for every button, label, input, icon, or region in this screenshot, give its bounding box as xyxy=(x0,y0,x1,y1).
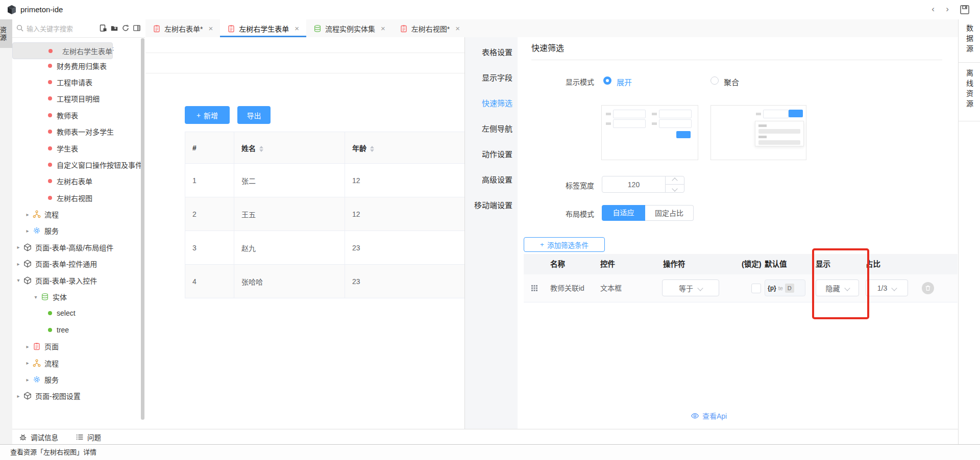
aggregate-mode-preview[interactable] xyxy=(710,105,806,160)
tree-item-label: 流程 xyxy=(44,209,59,219)
layout-adaptive-button[interactable]: 自适应 xyxy=(602,205,645,221)
tree-scrollbar[interactable] xyxy=(141,38,144,420)
close-icon[interactable]: × xyxy=(381,24,385,33)
tree-item[interactable]: tree xyxy=(12,322,145,338)
label-width-stepper xyxy=(602,176,684,193)
activity-tab-offline-resources[interactable]: 离线资源 xyxy=(959,69,980,110)
tree-item[interactable]: ▸服务 xyxy=(12,371,145,388)
tree-item[interactable]: ▸流程 xyxy=(12,206,145,222)
tree-item-selected[interactable]: 左树右学生表单 xyxy=(12,42,113,59)
menu-quick-filter[interactable]: 快速筛选 xyxy=(465,91,518,116)
tree-item[interactable]: ▸页面-表单-高级/布局组件 xyxy=(12,239,145,255)
ratio-select[interactable]: 1/3 xyxy=(866,279,908,296)
tree-item-label: 自定义窗口操作按钮及事件 xyxy=(57,160,142,170)
view-api-link[interactable]: 查看Api xyxy=(691,411,727,421)
tab-left-tree-student-form[interactable]: 左树右学生表单 × xyxy=(220,19,306,37)
tree-item[interactable]: ▸服务 xyxy=(12,222,145,239)
activity-tab-datasource[interactable]: 数据源 xyxy=(959,24,980,55)
new-folder-icon[interactable] xyxy=(110,24,118,32)
tree-item[interactable]: 教师表一对多学生 xyxy=(12,123,145,140)
tab-left-tree-form[interactable]: 左树右表单* × xyxy=(145,19,220,37)
expand-mode-preview[interactable] xyxy=(601,105,698,160)
bottom-toolbar: 调试信息 问题 xyxy=(12,429,958,444)
sort-icon[interactable] xyxy=(370,146,374,152)
menu-action-settings[interactable]: 动作设置 xyxy=(465,142,518,167)
problems-button[interactable]: 问题 xyxy=(76,432,101,442)
divider xyxy=(145,73,464,73)
tree-item[interactable]: 财务费用归集表 xyxy=(12,57,145,73)
close-icon[interactable]: × xyxy=(295,24,299,33)
nav-back-icon[interactable]: ‹ xyxy=(928,0,938,19)
tree-item[interactable]: ▸页面-表单-控件通用 xyxy=(12,255,145,272)
close-icon[interactable]: × xyxy=(208,24,213,33)
radio-aggregate[interactable] xyxy=(710,76,719,85)
save-icon[interactable] xyxy=(959,4,970,15)
chevron-down-icon xyxy=(697,285,703,291)
chevron-down-icon[interactable]: ▾ xyxy=(33,294,39,300)
delete-filter-button[interactable] xyxy=(922,282,934,294)
nav-forward-icon[interactable]: › xyxy=(942,0,952,19)
sort-icon[interactable] xyxy=(259,146,263,152)
add-filter-condition-button[interactable]: + 添加筛选条件 xyxy=(524,237,605,252)
divider xyxy=(145,53,464,53)
operator-select[interactable]: 等于 xyxy=(662,279,719,296)
tree-item[interactable]: ▸页面 xyxy=(12,338,145,354)
chevron-right-icon[interactable]: ▸ xyxy=(24,228,31,234)
label-width-input[interactable] xyxy=(602,176,666,193)
radio-aggregate-label[interactable]: 聚合 xyxy=(724,76,739,87)
chevron-down-icon[interactable]: ▾ xyxy=(15,277,21,283)
locked-checkbox[interactable] xyxy=(751,284,761,293)
collapse-panel-icon[interactable] xyxy=(133,24,141,32)
drag-handle-icon[interactable] xyxy=(530,284,538,292)
radio-expand-label[interactable]: 展开 xyxy=(617,76,632,87)
import-file-icon[interactable] xyxy=(99,24,107,32)
tree-item[interactable]: ▸流程 xyxy=(12,354,145,371)
tree-item[interactable]: 自定义窗口操作按钮及事件 xyxy=(12,157,145,173)
table-row[interactable]: 4 张哈哈 23 xyxy=(185,265,465,298)
export-button[interactable]: 导出 xyxy=(237,106,271,124)
stepper-down-button[interactable] xyxy=(665,184,684,193)
chevron-right-icon[interactable]: ▸ xyxy=(15,261,21,267)
tree-item[interactable]: ▾页面-表单-录入控件 xyxy=(12,272,145,288)
layout-fixed-ratio-button[interactable]: 固定占比 xyxy=(645,205,694,221)
chevron-right-icon[interactable]: ▸ xyxy=(15,393,21,399)
search-input[interactable] xyxy=(26,22,104,35)
default-value-input[interactable]: {p} te D xyxy=(765,279,805,296)
tree-item[interactable]: 左树右视图 xyxy=(12,190,145,206)
chevron-right-icon[interactable]: ▸ xyxy=(24,377,31,382)
refresh-icon[interactable] xyxy=(121,24,130,32)
radio-expand[interactable] xyxy=(603,76,611,85)
tree-item[interactable]: 教师表 xyxy=(12,107,145,123)
chevron-right-icon[interactable]: ▸ xyxy=(24,360,31,366)
tree-item[interactable]: ▸页面-视图设置 xyxy=(12,388,145,404)
tree-item[interactable]: 左树右表单 xyxy=(12,173,145,189)
tree-item[interactable]: 工程项目明细 xyxy=(12,90,145,107)
tree-item[interactable]: ▾实体 xyxy=(12,289,145,305)
stepper-up-button[interactable] xyxy=(665,176,684,185)
tab-left-tree-view[interactable]: 左树右视图* × xyxy=(393,19,467,37)
table-row[interactable]: 3 赵九 23 xyxy=(185,231,465,265)
add-record-button[interactable]: +新增 xyxy=(185,106,230,124)
menu-table-settings[interactable]: 表格设置 xyxy=(465,40,518,65)
menu-advanced-settings[interactable]: 高级设置 xyxy=(465,167,518,193)
close-icon[interactable]: × xyxy=(455,24,460,33)
col-name[interactable]: 姓名 xyxy=(234,132,345,164)
chevron-right-icon[interactable]: ▸ xyxy=(15,244,21,250)
tree-item[interactable]: select xyxy=(12,305,145,321)
table-row[interactable]: 2 王五 12 xyxy=(185,197,465,231)
tree-item[interactable]: 工程申请表 xyxy=(12,74,145,90)
menu-mobile-settings[interactable]: 移动端设置 xyxy=(465,193,518,218)
table-row[interactable]: 1 张二 12 xyxy=(185,164,465,197)
tree-item[interactable]: 学生表 xyxy=(12,140,145,156)
chevron-right-icon[interactable]: ▸ xyxy=(24,212,31,217)
tab-process-instance-entity[interactable]: 流程实例实体集 × xyxy=(306,19,393,37)
menu-left-nav[interactable]: 左侧导航 xyxy=(465,116,518,142)
col-age[interactable]: 年龄 xyxy=(345,132,465,164)
status-bar: 查看资源「左树右视图」详情 xyxy=(0,444,980,460)
chevron-right-icon[interactable]: ▸ xyxy=(24,344,31,349)
menu-display-fields[interactable]: 显示字段 xyxy=(465,65,518,91)
display-select[interactable]: 隐藏 xyxy=(816,279,859,296)
activity-tab-resources[interactable]: 资源 xyxy=(0,19,12,48)
activity-tab-datasource-label: 数据源 xyxy=(963,24,975,55)
debug-info-button[interactable]: 调试信息 xyxy=(19,432,58,442)
